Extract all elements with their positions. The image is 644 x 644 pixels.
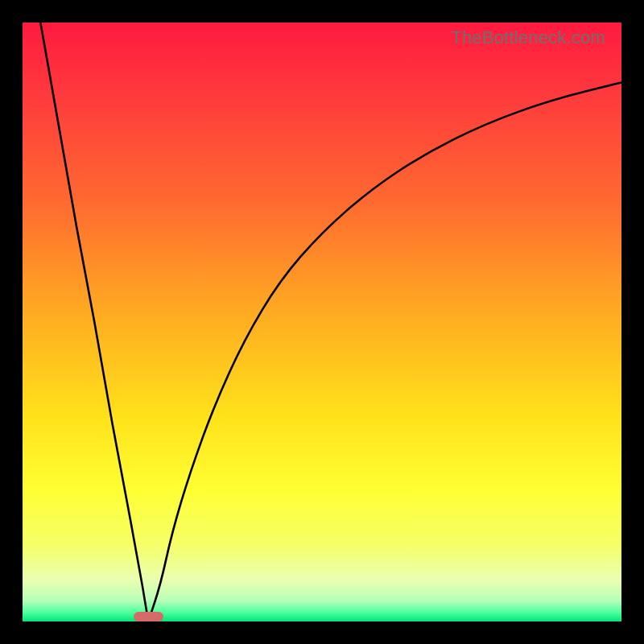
chart-frame: TheBottleneck.com xyxy=(0,0,644,644)
bottleneck-curve xyxy=(23,23,621,621)
curve-left-branch xyxy=(40,23,148,621)
plot-area: TheBottleneck.com xyxy=(23,23,621,621)
curve-right-branch xyxy=(148,82,621,621)
optimal-marker xyxy=(134,612,163,621)
